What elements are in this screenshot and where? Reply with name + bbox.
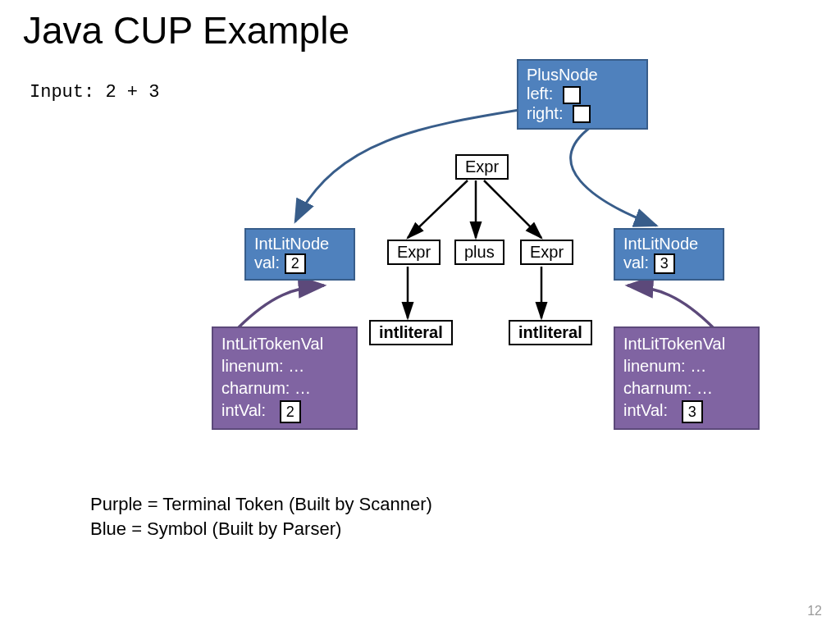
plus-node-right-label: right: (527, 104, 563, 122)
intlitnode-left-val: 2 (285, 253, 306, 274)
pointer-box-icon (563, 86, 581, 104)
tokenval-left-charnum: charnum: … (221, 377, 348, 399)
tokenval-left-intval-label: intVal: (221, 401, 266, 419)
tokenval-left-box: IntLitTokenVal linenum: … charnum: … int… (212, 326, 358, 430)
intlitnode-right-val-row: val: 3 (623, 253, 714, 274)
tree-node-plus: plus (454, 240, 504, 265)
plus-node-box: PlusNode left: right: (517, 59, 648, 130)
tree-node-expr-right: Expr (520, 240, 573, 265)
legend-purple: Purple = Terminal Token (Built by Scanne… (90, 492, 432, 517)
tokenval-right-intval-row: intVal: 3 (623, 399, 750, 423)
pointer-box-icon (573, 105, 591, 123)
tokenval-right-box: IntLitTokenVal linenum: … charnum: … int… (614, 326, 760, 430)
plus-node-name: PlusNode (527, 66, 638, 84)
tree-node-intliteral-right: intliteral (509, 320, 592, 345)
intlitnode-left-box: IntLitNode val: 2 (244, 228, 355, 281)
tokenval-left-intval-row: intVal: 2 (221, 399, 348, 423)
intlitnode-left-name: IntLitNode (254, 235, 345, 253)
svg-line-0 (408, 180, 468, 238)
tree-node-intliteral-left: intliteral (369, 320, 453, 345)
tree-node-expr-left: Expr (387, 240, 441, 265)
tree-node-expr-root: Expr (455, 154, 509, 180)
intlitnode-right-box: IntLitNode val: 3 (614, 228, 724, 281)
intlitnode-left-val-label: val: (254, 253, 280, 272)
intlitnode-right-name: IntLitNode (623, 235, 714, 253)
page-title: Java CUP Example (23, 8, 349, 52)
tokenval-left-linenum: linenum: … (221, 355, 348, 377)
legend: Purple = Terminal Token (Built by Scanne… (90, 492, 432, 541)
tokenval-right-intval-label: intVal: (623, 401, 668, 419)
input-expression: Input: 2 + 3 (30, 82, 159, 103)
tokenval-right-charnum: charnum: … (623, 377, 750, 399)
plus-node-left-label: left: (527, 84, 553, 103)
plus-node-left-row: left: (527, 84, 638, 104)
tokenval-right-intval: 3 (682, 400, 703, 423)
tokenval-left-intval: 2 (280, 400, 301, 423)
intlitnode-left-val-row: val: 2 (254, 253, 345, 274)
svg-line-2 (484, 180, 541, 238)
intlitnode-right-val: 3 (654, 253, 675, 274)
page-number: 12 (807, 604, 822, 619)
tokenval-left-name: IntLitTokenVal (221, 333, 348, 355)
intlitnode-right-val-label: val: (623, 253, 649, 272)
tokenval-right-name: IntLitTokenVal (623, 333, 750, 355)
legend-blue: Blue = Symbol (Built by Parser) (90, 517, 432, 541)
plus-node-right-row: right: (527, 104, 638, 124)
tokenval-right-linenum: linenum: … (623, 355, 750, 377)
